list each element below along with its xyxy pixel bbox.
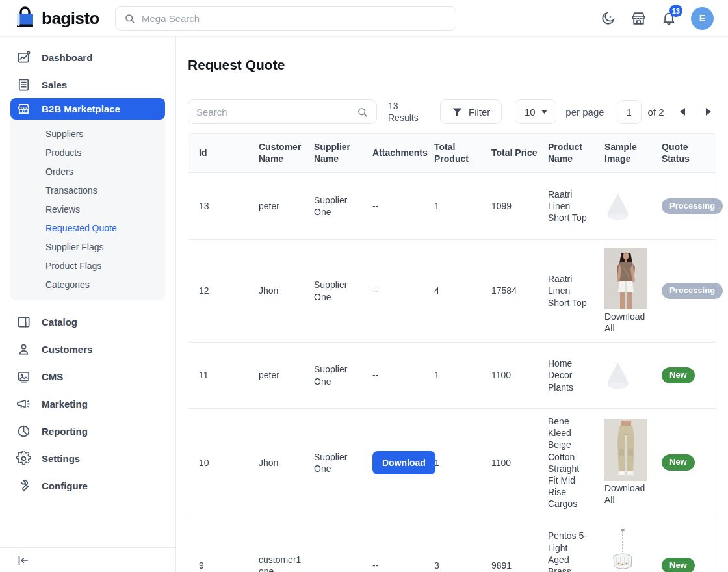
mega-search-box[interactable]: [115, 6, 456, 31]
cell-id: 11: [188, 363, 248, 387]
sidebar-item-label: CMS: [42, 371, 63, 382]
user-avatar[interactable]: E: [691, 7, 714, 30]
next-page-button[interactable]: [705, 108, 711, 116]
cell-total-price: 17584: [481, 278, 538, 303]
cell-id: 9: [188, 553, 248, 572]
download-all-link[interactable]: Download All: [604, 483, 647, 506]
cell-product-name: Home Decor Plants: [538, 351, 594, 400]
configure-wrench-icon: [16, 478, 31, 493]
sidebar-item-transactions[interactable]: Transactions: [10, 181, 165, 200]
sidebar-item-settings[interactable]: Settings: [0, 445, 176, 472]
quote-status-badge: New: [662, 454, 695, 471]
table-row: 13peterSupplier One--11099Raatri Linen S…: [188, 173, 716, 240]
sidebar-item-configure[interactable]: Configure: [0, 472, 176, 499]
customers-icon: [16, 342, 31, 357]
sidebar-item-reporting[interactable]: Reporting: [0, 417, 176, 445]
results-count: 13 Results: [388, 100, 419, 124]
sidebar-item-b2b-marketplace[interactable]: B2B Marketplace: [10, 98, 165, 120]
shopping-bag-logo-icon: [14, 6, 36, 30]
sidebar-item-suppliers[interactable]: Suppliers: [10, 124, 165, 143]
sidebar-footer: [0, 547, 176, 572]
reporting-icon: [16, 424, 31, 439]
sidebar-item-orders[interactable]: Orders: [10, 162, 165, 181]
cell-quote-status: New: [651, 448, 717, 477]
table-row: 12JhonSupplier One--417584Raatri Linen S…: [188, 240, 716, 343]
store-front-icon[interactable]: [630, 10, 647, 27]
column-header-product-name: Product Name: [538, 134, 594, 172]
sidebar-item-supplier-flags[interactable]: Supplier Flags: [10, 237, 165, 256]
b2b-marketplace-icon: [16, 101, 31, 116]
cell-id: 12: [188, 278, 248, 303]
table-search-input[interactable]: [196, 107, 356, 118]
request-quote-table: IdCustomer NameSupplier NameAttachmentsT…: [188, 133, 716, 572]
filter-button[interactable]: Filter: [440, 99, 502, 124]
sidebar-item-products[interactable]: Products: [10, 143, 165, 162]
column-header-customer-name: Customer Name: [248, 134, 304, 172]
search-icon: [124, 12, 136, 25]
image-placeholder-icon: [604, 360, 631, 391]
total-pages-label: of 2: [648, 107, 664, 118]
column-header-attachments: Attachments: [362, 134, 424, 172]
sidebar-item-sales[interactable]: Sales: [0, 71, 176, 98]
cell-product-name: Pentos 5-Light Aged Brass Acrylic Pendan…: [538, 523, 594, 572]
cell-total-price: 1100: [481, 363, 538, 387]
cell-total-price: 1099: [481, 194, 538, 218]
column-header-supplier-name: Supplier Name: [304, 134, 362, 172]
product-photo-cargo-pants: [604, 419, 647, 481]
table-row: 11peterSupplier One--11100Home Decor Pla…: [188, 343, 716, 409]
cell-customer-name: peter: [248, 194, 304, 218]
collapse-sidebar-icon[interactable]: [16, 553, 30, 567]
cell-attachments: --: [362, 553, 424, 572]
cell-id: 10: [188, 450, 248, 475]
settings-gear-icon: [16, 451, 31, 466]
sidebar-item-customers[interactable]: Customers: [0, 335, 176, 363]
mega-search-input[interactable]: [142, 13, 448, 24]
sidebar-item-cms[interactable]: CMS: [0, 363, 176, 390]
per-page-select[interactable]: 10: [515, 99, 556, 124]
sidebar: Dashboard Sales B2B Marketplace: [0, 37, 176, 572]
table-row: 10JhonSupplier OneDownload11100Bene Klee…: [188, 409, 716, 517]
sidebar-item-product-flags[interactable]: Product Flags: [10, 256, 165, 275]
notifications-bell-icon[interactable]: 13: [661, 10, 677, 26]
cell-supplier-name: [304, 559, 362, 572]
dashboard-icon: [16, 50, 31, 65]
cell-supplier-name: Supplier One: [304, 445, 362, 481]
sidebar-item-reviews[interactable]: Reviews: [10, 200, 165, 218]
marketing-icon: [16, 396, 31, 411]
previous-page-button[interactable]: [680, 108, 686, 116]
sidebar-item-label: Marketing: [42, 398, 88, 410]
cell-supplier-name: Supplier One: [304, 357, 362, 393]
sidebar-item-categories[interactable]: Categories: [10, 275, 165, 294]
cell-sample-image: [594, 185, 651, 228]
sidebar-item-dashboard[interactable]: Dashboard: [0, 44, 176, 71]
table-search-box[interactable]: [188, 99, 377, 124]
quote-status-badge: Processing: [662, 198, 723, 214]
product-photo-chandelier: [604, 528, 641, 572]
cell-product-name: Raatri Linen Short Top: [538, 266, 594, 315]
cell-quote-status: Processing: [651, 276, 717, 306]
cell-sample-image: Download All: [594, 241, 651, 341]
sidebar-item-marketing[interactable]: Marketing: [0, 390, 176, 417]
sidebar-item-label: Customers: [42, 344, 92, 355]
column-header-id: Id: [188, 134, 248, 172]
dark-mode-icon[interactable]: [601, 10, 616, 26]
quote-status-badge: New: [662, 558, 695, 572]
cell-sample-image: [594, 354, 651, 397]
sidebar-item-requested-quote[interactable]: Requested Quote: [10, 218, 165, 237]
sidebar-item-label: Configure: [42, 480, 88, 491]
bagisto-logo[interactable]: bagisto: [14, 6, 99, 30]
cell-sample-image: Download All: [594, 413, 651, 512]
sidebar-item-label: Reporting: [42, 426, 88, 437]
page-number-input[interactable]: [617, 100, 642, 124]
top-bar: bagisto 13: [0, 0, 728, 37]
cell-total-product: 1: [424, 363, 481, 387]
datagrid-toolbar: 13 Results Filter 10 per page of 2: [188, 99, 716, 124]
cell-customer-name: Jhon: [248, 278, 304, 303]
sales-icon: [16, 77, 31, 92]
cell-id: 13: [188, 194, 248, 218]
page-title: Request Quote: [188, 57, 716, 73]
sidebar-item-catalog[interactable]: Catalog: [0, 308, 176, 335]
sidebar-item-label: Dashboard: [42, 52, 92, 63]
per-page-label: per page: [566, 107, 604, 118]
download-all-link[interactable]: Download All: [604, 311, 647, 334]
